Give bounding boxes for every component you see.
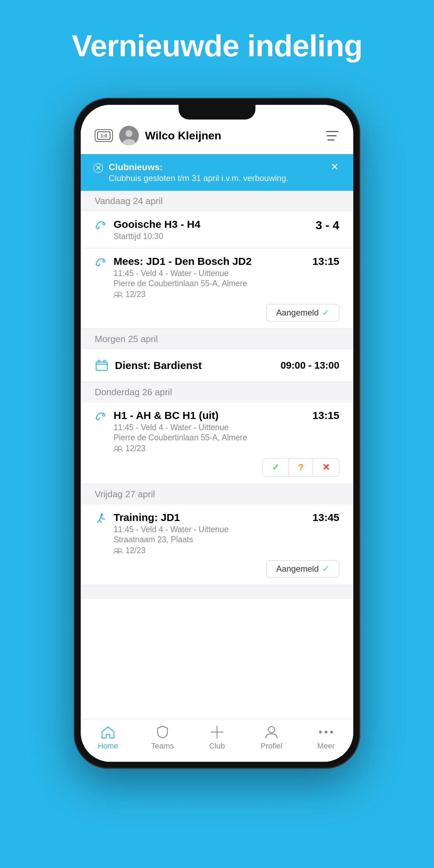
svg-point-21 xyxy=(319,731,322,733)
svg-point-13 xyxy=(115,446,118,450)
filter-icon[interactable] xyxy=(325,129,339,142)
svg-point-14 xyxy=(118,446,122,450)
match-item: H1 - AH & BC H1 (uit) 11:45 - Veld 4 - W… xyxy=(81,403,353,484)
attend-yes-button[interactable]: ✓ xyxy=(263,458,289,476)
match-title: H1 - AH & BC H1 (uit) xyxy=(114,410,304,421)
svg-point-3 xyxy=(125,130,132,137)
section-header-tomorrow: Morgen 25 april xyxy=(81,329,353,349)
aangemeld-button[interactable]: Aangemeld ✓ xyxy=(266,560,339,578)
nav-club[interactable]: Club xyxy=(190,725,244,751)
section-header-friday: Vrijdag 27 april xyxy=(81,484,353,505)
svg-point-8 xyxy=(118,292,122,296)
news-banner-body: Clubhuis gesloten t/m 31 april i.v.m. ve… xyxy=(109,173,324,183)
svg-point-22 xyxy=(325,731,327,733)
svg-point-15 xyxy=(101,514,103,516)
match-location: Pierre de Coubertinlaan 55-A, Almere xyxy=(114,279,304,288)
svg-point-16 xyxy=(115,548,118,552)
bardienst-icon xyxy=(95,359,109,372)
dienst-name: Dienst: Bardienst xyxy=(115,360,274,371)
section-header-today: Vandaag 24 april xyxy=(81,191,353,211)
dienst-item: Dienst: Bardienst 09:00 - 13:00 xyxy=(81,349,353,382)
match-item: Mees: JD1 - Den Bosch JD2 11:45 - Veld 4… xyxy=(81,248,353,329)
match-detail: 11:45 - Veld 4 - Water - Uittenue xyxy=(114,269,304,278)
match-detail: 11:45 - Veld 4 - Water - Uittenue xyxy=(114,423,304,432)
svg-point-6 xyxy=(103,260,105,262)
news-banner: ✕ Clubnieuws: Clubhuis gesloten t/m 31 a… xyxy=(81,154,353,191)
svg-point-7 xyxy=(115,292,118,296)
match-title: Gooische H3 - H4 xyxy=(114,218,307,230)
svg-rect-9 xyxy=(96,362,107,370)
news-banner-close-icon[interactable]: ✕ xyxy=(330,162,339,172)
nav-club-label: Club xyxy=(209,742,225,751)
svg-point-5 xyxy=(103,223,105,225)
aangemeld-button[interactable]: Aangemeld ✓ xyxy=(266,304,339,321)
nav-teams[interactable]: Teams xyxy=(135,725,190,751)
bottom-spacer xyxy=(81,585,353,599)
hockey-icon xyxy=(95,220,107,232)
attend-buttons: ✓ ? ✕ xyxy=(262,458,339,477)
scroll-content: ✕ Clubnieuws: Clubhuis gesloten t/m 31 a… xyxy=(81,154,353,719)
nav-meer[interactable]: Meer xyxy=(299,725,353,751)
svg-point-11 xyxy=(103,360,106,362)
svg-point-20 xyxy=(268,726,275,733)
dienst-time: 09:00 - 13:00 xyxy=(281,360,339,371)
match-score: 3 - 4 xyxy=(311,218,339,232)
news-banner-title: Clubnieuws: xyxy=(109,162,324,173)
match-players: 12/23 xyxy=(114,444,304,453)
nav-profiel[interactable]: Profiel xyxy=(244,725,299,751)
news-banner-dismiss-icon[interactable]: ✕ xyxy=(93,163,103,173)
match-item: Gooische H3 - H4 Starttijd 10:30 3 - 4 xyxy=(81,211,353,248)
svg-point-10 xyxy=(98,360,100,362)
phone-inner: 1:0 Wilco Kleijnen xyxy=(81,105,353,762)
more-icon xyxy=(318,725,334,739)
match-time: 13:15 xyxy=(308,255,339,267)
svg-point-17 xyxy=(118,548,122,552)
training-location: Straatnaam 23, Plaats xyxy=(114,535,304,544)
hockey-icon xyxy=(95,257,107,269)
news-banner-text: Clubnieuws: Clubhuis gesloten t/m 31 apr… xyxy=(109,162,324,183)
nav-meer-label: Meer xyxy=(317,742,335,751)
section-header-thursday: Donderdag 26 april xyxy=(81,382,353,403)
svg-text:1:0: 1:0 xyxy=(101,133,107,138)
svg-point-23 xyxy=(330,731,333,733)
hockey-cross-icon xyxy=(209,725,225,739)
match-detail: Starttijd 10:30 xyxy=(114,232,307,241)
nav-home[interactable]: Home xyxy=(81,725,135,751)
training-time: 13:45 xyxy=(308,512,339,523)
check-icon: ✓ xyxy=(322,564,329,574)
phone-frame: 1:0 Wilco Kleijnen xyxy=(74,98,360,769)
nav-teams-label: Teams xyxy=(151,742,174,751)
training-players: 12/23 xyxy=(114,546,304,555)
home-icon xyxy=(100,725,116,739)
person-icon xyxy=(263,725,280,739)
nav-profiel-label: Profiel xyxy=(261,742,282,751)
training-detail: 11:45 - Veld 4 - Water - Uittenue xyxy=(114,525,304,534)
nav-home-label: Home xyxy=(98,742,118,751)
notch xyxy=(179,105,255,120)
training-item: Training: JD1 11:45 - Veld 4 - Water - U… xyxy=(81,505,353,585)
shield-icon xyxy=(154,725,171,739)
app-content: 1:0 Wilco Kleijnen xyxy=(81,105,353,762)
hockey-icon xyxy=(95,411,107,424)
training-title: Training: JD1 xyxy=(114,512,304,523)
bottom-nav: Home Teams xyxy=(81,719,353,762)
attend-no-button[interactable]: ✕ xyxy=(313,458,339,476)
scoreboard-icon: 1:0 xyxy=(95,129,113,142)
running-icon xyxy=(95,513,107,526)
match-location: Pierre de Coubertinlaan 55-A, Almere xyxy=(114,433,304,442)
match-title: Mees: JD1 - Den Bosch JD2 xyxy=(114,255,304,267)
page-title: Vernieuwde indeling xyxy=(0,28,434,64)
match-players: 12/23 xyxy=(114,290,304,299)
user-name: Wilco Kleijnen xyxy=(145,129,319,142)
check-icon: ✓ xyxy=(322,308,329,318)
attend-maybe-button[interactable]: ? xyxy=(289,458,313,476)
match-time: 13:15 xyxy=(308,410,339,421)
svg-point-12 xyxy=(103,414,105,416)
avatar xyxy=(119,126,139,145)
